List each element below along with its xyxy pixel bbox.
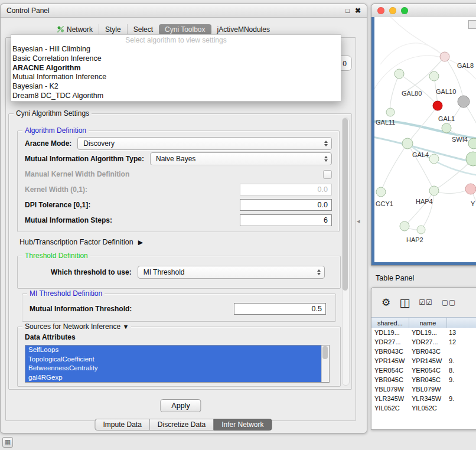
network-node[interactable] [465, 184, 476, 194]
tab-discretize-data[interactable]: Discretize Data [149, 419, 214, 431]
table-row[interactable]: YDR27...YDR27...12 [371, 337, 476, 347]
float-window-icon[interactable]: □ [345, 7, 350, 14]
network-node[interactable] [433, 101, 442, 110]
table-cell: 9. [446, 395, 476, 402]
network-node[interactable] [386, 108, 395, 116]
network-node[interactable] [466, 152, 476, 166]
expand-right-icon[interactable]: ▶ [138, 239, 143, 246]
combo-arrows-icon [312, 269, 321, 275]
algorithm-definition-group: Algorithm Definition Aracne Mode: Discov… [17, 131, 340, 232]
algorithm-list: Bayesian - Hill ClimbingBasic Correlatio… [11, 45, 341, 101]
network-node[interactable] [442, 123, 451, 133]
attribute-list-item[interactable]: BetweennessCentrality [25, 364, 322, 373]
table-cell: YBL079W [409, 386, 446, 393]
tab-cyni-toolbox[interactable]: Cyni Toolbox [159, 24, 211, 35]
network-node[interactable] [440, 52, 449, 61]
tab-select[interactable]: Select [127, 24, 159, 35]
tab-label: Cyni Toolbox [165, 25, 205, 34]
divider-collapse-icon[interactable]: ◂ [357, 217, 360, 225]
tab-jactivemnodules[interactable]: jActiveMNodules [211, 24, 276, 35]
network-node[interactable] [468, 138, 476, 149]
network-node[interactable] [417, 226, 425, 234]
mi-steps-input[interactable] [240, 214, 332, 226]
tab-label: Select [133, 25, 153, 34]
table-header: shared... name [371, 317, 476, 329]
table-cell: YIL052C [371, 405, 409, 412]
network-node[interactable] [458, 96, 470, 107]
network-node[interactable] [376, 187, 386, 197]
threshold-definition-group: Threshold Definition Which threshold to … [17, 256, 341, 289]
algorithm-option[interactable]: Bayesian - Hill Climbing [11, 45, 341, 54]
algorithm-option[interactable]: Mutual Information Inference [11, 73, 341, 82]
close-traffic-light[interactable] [377, 7, 384, 14]
mi-steps-label: Mutual Information Steps: [25, 216, 112, 224]
network-node[interactable] [429, 154, 439, 164]
panel-dock-icon[interactable]: ▦ [2, 437, 13, 448]
minimize-traffic-light[interactable] [389, 7, 396, 14]
table-row[interactable]: YBR045CYBR045C9. [371, 375, 476, 384]
gear-icon[interactable]: ⚙ [382, 298, 390, 308]
overview-box[interactable] [468, 20, 476, 29]
node-label: HAP4 [416, 198, 433, 205]
hub-definition-toggle[interactable]: Hub/Transcription Factor Definition ▶ [19, 238, 143, 246]
data-attributes-listbox[interactable]: SelfLoopsTopologicalCoefficientBetweenne… [25, 345, 330, 383]
tab-impute-data[interactable]: Impute Data [94, 419, 149, 431]
mi-threshold-input[interactable] [234, 303, 326, 315]
columns-icon[interactable]: ◫ [399, 297, 410, 308]
node-label: HAP2 [406, 236, 423, 243]
which-threshold-select[interactable]: MI Threshold [138, 266, 325, 279]
listbox-scrollbar-thumb[interactable] [322, 346, 328, 359]
table-row[interactable]: YIL052CYIL052C [371, 403, 476, 413]
table-row[interactable]: YPR145WYPR145W9. [371, 356, 476, 366]
select-all-checkboxes-icon[interactable]: ☑☑ [419, 299, 433, 306]
deselect-all-checkboxes-icon[interactable]: ▢▢ [442, 299, 457, 306]
sources-group: Sources for Network Inference ▼ Data Att… [17, 327, 341, 387]
manual-kernel-checkbox[interactable] [323, 170, 332, 179]
table-header-cell-shared[interactable]: shared... [371, 318, 409, 328]
listbox-scrollbar [321, 345, 329, 382]
table-header-cell-name[interactable]: name [409, 318, 447, 328]
close-panel-icon[interactable]: ✖ [355, 6, 361, 15]
algorithm-option[interactable]: ARACNE Algorithm [11, 64, 341, 73]
attribute-list-item[interactable]: gal4RGexp [25, 373, 322, 383]
table-row[interactable]: YBL079WYBL079W [371, 384, 476, 394]
tab-network[interactable]: Network [51, 24, 99, 35]
tab-label: jActiveMNodules [217, 25, 270, 34]
dpi-tolerance-label: DPI Tolerance [0,1]: [25, 201, 90, 209]
attribute-list-item[interactable]: TopologicalCoefficient [25, 355, 322, 364]
tab-infer-network[interactable]: Infer Network [213, 419, 272, 431]
network-node[interactable] [400, 221, 409, 231]
control-panel-titlebar: Control Panel □ ✖ [1, 4, 367, 18]
algorithm-definition-title: Algorithm Definition [22, 126, 89, 135]
algorithm-option[interactable]: Dream8 DC_TDC Algorithm [11, 92, 341, 101]
table-row[interactable]: YLR345WYLR345W9. [371, 394, 476, 403]
tab-style[interactable]: Style [99, 24, 127, 35]
network-node[interactable] [429, 71, 439, 81]
table-row[interactable]: YBR043CYBR043C [371, 347, 476, 356]
table-row[interactable]: YDL19...YDL19...13 [371, 328, 476, 337]
collapse-down-icon[interactable]: ▼ [122, 323, 129, 330]
table-cell: YPR145W [371, 357, 409, 364]
sources-toggle[interactable]: Sources for Network Inference ▼ [22, 322, 131, 331]
aracne-mode-select[interactable]: Discovery [77, 137, 332, 150]
network-node[interactable] [402, 138, 413, 149]
table-panel-title: Table Panel [376, 274, 414, 282]
attribute-list-item[interactable]: SelfLoops [25, 345, 322, 355]
apply-button[interactable]: Apply [160, 399, 201, 412]
mi-type-select[interactable]: Naive Bayes [150, 152, 332, 165]
algorithm-option[interactable]: Bayesian - K2 [11, 82, 341, 92]
zoom-traffic-light[interactable] [401, 7, 408, 14]
node-label: GAL10 [436, 88, 456, 95]
settings-scrollbar-thumb[interactable] [343, 118, 348, 291]
dpi-tolerance-input[interactable] [240, 199, 332, 211]
network-node[interactable] [429, 186, 439, 195]
table-cell: YDR27... [371, 338, 409, 345]
kernel-width-label: Kernel Width (0,1): [25, 185, 87, 194]
sources-title: Sources for Network Inference [25, 322, 120, 331]
network-node[interactable] [395, 69, 404, 79]
network-canvas[interactable]: GAL8GAL80GAL10GAL11GAL1SWI4GAL4GCY1HAP4H… [371, 17, 476, 265]
algorithm-option[interactable]: Basic Correlation Inference [11, 54, 341, 64]
table-header-cell-3[interactable] [447, 318, 476, 328]
node-label: GAL80 [402, 90, 422, 97]
table-row[interactable]: YER054CYER054C8. [371, 366, 476, 375]
